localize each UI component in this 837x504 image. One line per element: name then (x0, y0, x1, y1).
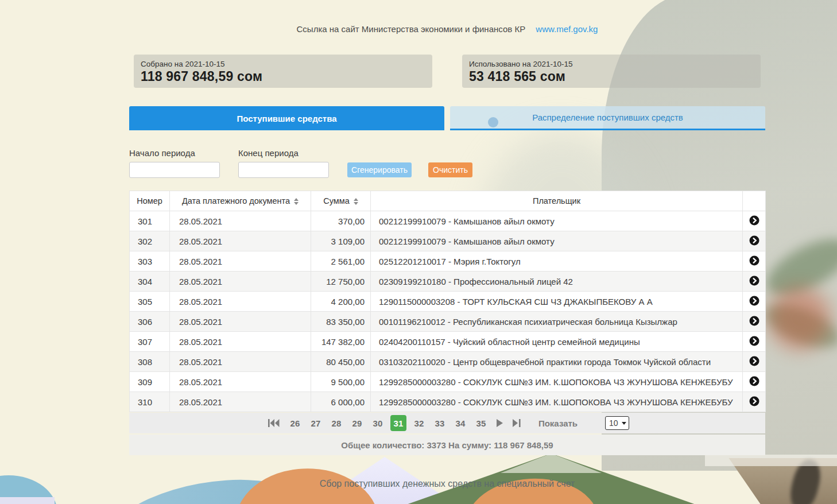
page-button-31[interactable]: 31 (390, 415, 406, 431)
row-number: 301 (130, 211, 170, 231)
row-payer: 02309199210180 - Профессиональный лицей … (371, 272, 743, 292)
row-detail-button[interactable] (749, 376, 760, 386)
row-amount: 2 561,00 (311, 251, 371, 272)
page: Сбор поступивших денежных средств на спе… (0, 0, 837, 504)
row-date: 28.05.2021 (170, 231, 311, 251)
page-button-26[interactable]: 26 (287, 415, 303, 431)
row-detail-button[interactable] (749, 396, 760, 406)
page-size-select-wrap: 10 (605, 416, 629, 430)
row-payer: 00101196210012 - Республиканская психиат… (371, 312, 743, 332)
row-detail-button[interactable] (749, 316, 760, 326)
column-header-amount[interactable]: Сумма (311, 191, 371, 211)
collected-label: Собрано на 2021-10-15 (141, 60, 425, 68)
start-period-label: Начало периода (129, 148, 195, 158)
first-page-button[interactable] (265, 418, 282, 428)
column-header-number-label: Номер (137, 196, 162, 206)
totals-bar: Общее количество: 3373 На сумму: 118 967… (129, 435, 765, 455)
end-period-input[interactable] (238, 162, 329, 178)
tabs: Поступившие средства Распределение посту… (129, 106, 765, 130)
row-payer: 03103202110020 - Центр общеврачебной пра… (371, 352, 743, 372)
row-detail-button[interactable] (749, 336, 760, 346)
table-row: 307 28.05.2021 147 382,00 02404200110157… (130, 332, 766, 352)
table-row: 310 28.05.2021 6 000,00 1299285000003280… (130, 392, 766, 412)
column-header-date[interactable]: Дата платежного документа (170, 191, 311, 211)
pagination-bar: 26272829303132333435 Показать 10 (129, 413, 765, 433)
row-detail-cell (743, 211, 766, 231)
table-row: 302 28.05.2021 3 109,00 00212199910079 -… (130, 231, 766, 251)
column-header-payer-label: Плательщик (533, 196, 580, 206)
last-page-icon (513, 419, 521, 427)
clear-button[interactable]: Очистить (428, 162, 472, 177)
row-detail-button[interactable] (749, 356, 760, 366)
ministry-link-row: Ссылка на сайт Министерства экономики и … (129, 24, 765, 34)
last-page-button[interactable] (510, 418, 524, 428)
page-button-33[interactable]: 33 (432, 415, 448, 431)
end-period-label: Конец периода (238, 148, 299, 158)
page-button-27[interactable]: 27 (308, 415, 324, 431)
row-detail-button[interactable] (749, 235, 760, 246)
row-number: 307 (130, 332, 170, 352)
row-number: 310 (130, 392, 170, 412)
chevron-circle-right-icon (749, 235, 760, 246)
page-button-28[interactable]: 28 (328, 415, 344, 431)
row-detail-cell (743, 312, 766, 332)
row-detail-cell (743, 272, 766, 292)
table-row: 308 28.05.2021 80 450,00 03103202110020 … (130, 352, 766, 372)
chevron-circle-right-icon (749, 336, 760, 346)
sort-icon[interactable] (354, 198, 358, 205)
next-page-button[interactable] (494, 418, 506, 428)
row-detail-cell (743, 372, 766, 392)
row-amount: 12 750,00 (311, 272, 371, 292)
row-detail-button[interactable] (749, 215, 760, 226)
used-value: 53 418 565 сом (469, 69, 754, 84)
row-number: 305 (130, 292, 170, 312)
row-payer: 00212199910079 - Камышанов айыл окмоту (371, 231, 743, 251)
row-amount: 3 109,00 (311, 231, 371, 251)
page-size-select[interactable]: 10 (605, 416, 629, 430)
tab-incoming-funds[interactable]: Поступившие средства (129, 106, 444, 130)
table-row: 305 28.05.2021 4 200,00 1290115000003208… (130, 292, 766, 312)
page-button-29[interactable]: 29 (349, 415, 365, 431)
used-label: Использовано на 2021-10-15 (469, 60, 754, 68)
chevron-circle-right-icon (749, 296, 760, 306)
row-number: 306 (130, 312, 170, 332)
chevron-circle-right-icon (749, 396, 760, 406)
payments-table-wrap: Номер Дата платежного документа Сумма Пл… (129, 191, 765, 455)
collected-summary-box: Собрано на 2021-10-15 118 967 848,59 сом (134, 55, 432, 88)
row-amount: 147 382,00 (311, 332, 371, 352)
first-page-icon (268, 419, 280, 427)
table-row: 304 28.05.2021 12 750,00 02309199210180 … (130, 272, 766, 292)
column-header-actions (743, 191, 766, 211)
pagination-pages: 26272829303132333435 (287, 415, 489, 431)
start-period-input[interactable] (129, 162, 220, 178)
sort-icon[interactable] (294, 198, 299, 205)
row-detail-cell (743, 392, 766, 412)
row-detail-button[interactable] (749, 296, 760, 306)
page-button-30[interactable]: 30 (370, 415, 386, 431)
row-number: 308 (130, 352, 170, 372)
row-amount: 80 450,00 (311, 352, 371, 372)
page-button-34[interactable]: 34 (452, 415, 468, 431)
row-detail-button[interactable] (749, 276, 760, 286)
row-payer: 02512201210017 - Мэрия г.Токтогул (371, 251, 743, 272)
chevron-circle-right-icon (749, 376, 760, 386)
row-number: 309 (130, 372, 170, 392)
column-header-number: Номер (130, 191, 170, 211)
generate-button[interactable]: Сгенерировать (347, 162, 412, 177)
flower-petal-decoration (768, 287, 831, 350)
row-amount: 6 000,00 (311, 392, 371, 412)
row-payer: 02404200110157 - Чуйский областной центр… (371, 332, 743, 352)
ministry-link-text: Ссылка на сайт Министерства экономики и … (297, 24, 526, 34)
page-button-32[interactable]: 32 (411, 415, 427, 431)
photo-corner-lightband (705, 455, 837, 466)
page-button-35[interactable]: 35 (473, 415, 489, 431)
next-page-icon (496, 419, 503, 427)
row-detail-button[interactable] (749, 255, 760, 266)
row-date: 28.05.2021 (170, 292, 311, 312)
tab-distribution-funds[interactable]: Распределение поступивших средств (450, 106, 765, 130)
column-header-amount-label: Сумма (323, 196, 350, 206)
row-detail-cell (743, 231, 766, 251)
chevron-circle-right-icon (749, 215, 760, 226)
ministry-link[interactable]: www.mef.gov.kg (536, 24, 598, 34)
background-dot-decoration (488, 117, 498, 127)
